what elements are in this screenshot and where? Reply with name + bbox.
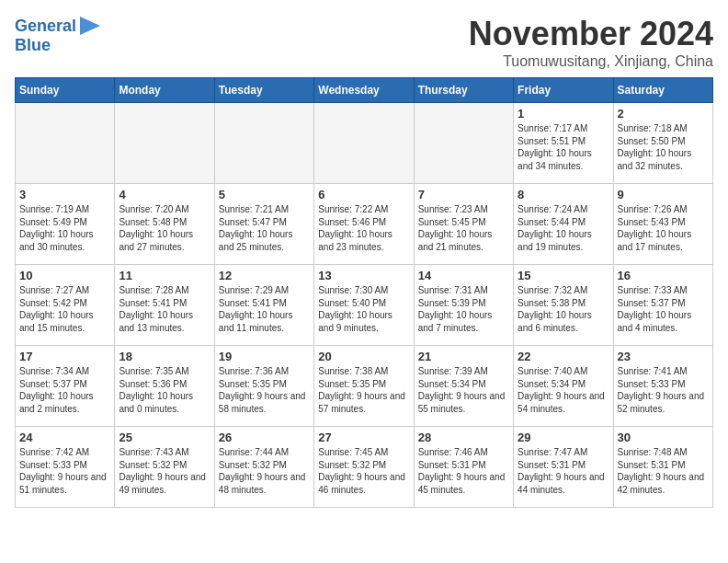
day-info-line: Sunrise: 7:39 AM [418,366,488,376]
day-info-line: Sunset: 5:47 PM [219,217,287,227]
month-title: November 2024 [469,15,713,53]
day-info-line: Sunset: 5:41 PM [219,298,287,308]
day-info: Sunrise: 7:28 AMSunset: 5:41 PMDaylight:… [119,284,210,334]
day-info-line: Sunrise: 7:28 AM [119,285,188,295]
day-info: Sunrise: 7:35 AMSunset: 5:36 PMDaylight:… [119,365,210,415]
day-cell: 8Sunrise: 7:24 AMSunset: 5:44 PMDaylight… [514,184,613,265]
day-info-line: Sunset: 5:43 PM [618,217,686,227]
day-info-line: Sunset: 5:33 PM [618,379,686,389]
day-info-line: Sunset: 5:42 PM [19,298,87,308]
day-cell: 29Sunrise: 7:47 AMSunset: 5:31 PMDayligh… [514,427,613,508]
day-info: Sunrise: 7:27 AMSunset: 5:42 PMDaylight:… [19,284,110,334]
week-row-4: 17Sunrise: 7:34 AMSunset: 5:37 PMDayligh… [16,346,713,427]
day-info-line: Sunset: 5:40 PM [318,298,386,308]
day-number: 4 [119,188,210,201]
day-info-line: Daylight: 10 hours and 0 minutes. [119,391,193,414]
day-info-line: Sunset: 5:44 PM [518,217,586,227]
day-cell: 7Sunrise: 7:23 AMSunset: 5:45 PMDaylight… [414,184,513,265]
day-info-line: Sunrise: 7:48 AM [618,447,688,457]
day-cell [16,103,115,184]
day-info-line: Sunset: 5:51 PM [518,136,586,146]
day-info-line: Daylight: 9 hours and 51 minutes. [19,472,107,495]
day-info-line: Daylight: 9 hours and 44 minutes. [518,472,605,495]
week-row-1: 1Sunrise: 7:17 AMSunset: 5:51 PMDaylight… [16,103,713,184]
col-header-wednesday: Wednesday [314,78,414,103]
day-info: Sunrise: 7:45 AMSunset: 5:32 PMDaylight:… [318,446,409,496]
day-info-line: Sunset: 5:35 PM [318,379,386,389]
day-info-line: Sunset: 5:48 PM [119,217,187,227]
col-header-thursday: Thursday [414,78,513,103]
day-info-line: Daylight: 9 hours and 46 minutes. [318,472,405,495]
day-info-line: Sunrise: 7:47 AM [518,447,587,457]
day-cell [414,103,513,184]
day-info-line: Sunrise: 7:18 AM [618,123,688,133]
day-info-line: Sunset: 5:35 PM [219,379,287,389]
day-info: Sunrise: 7:18 AMSunset: 5:50 PMDaylight:… [618,122,709,172]
day-info-line: Sunset: 5:32 PM [119,460,187,470]
col-header-saturday: Saturday [613,78,712,103]
day-info-line: Sunrise: 7:17 AM [518,123,587,133]
day-cell: 2Sunrise: 7:18 AMSunset: 5:50 PMDaylight… [613,103,712,184]
day-info-line: Sunrise: 7:21 AM [219,204,289,214]
day-info-line: Daylight: 10 hours and 34 minutes. [518,148,592,171]
day-number: 24 [19,431,110,444]
day-cell: 1Sunrise: 7:17 AMSunset: 5:51 PMDaylight… [514,103,613,184]
day-info-line: Sunrise: 7:26 AM [618,204,688,214]
day-info-line: Daylight: 9 hours and 57 minutes. [318,391,405,414]
day-info-line: Daylight: 10 hours and 21 minutes. [418,229,493,252]
day-cell: 10Sunrise: 7:27 AMSunset: 5:42 PMDayligh… [16,265,115,346]
day-number: 15 [518,269,609,282]
day-cell: 19Sunrise: 7:36 AMSunset: 5:35 PMDayligh… [214,346,313,427]
day-number: 22 [518,350,609,363]
day-number: 2 [618,107,709,121]
day-info-line: Daylight: 10 hours and 17 minutes. [618,229,692,252]
day-number: 19 [219,350,310,363]
day-info-line: Daylight: 9 hours and 58 minutes. [219,391,306,414]
day-number: 17 [19,350,110,363]
day-info: Sunrise: 7:48 AMSunset: 5:31 PMDaylight:… [618,446,709,496]
day-info: Sunrise: 7:21 AMSunset: 5:47 PMDaylight:… [219,203,310,253]
day-number: 18 [119,350,210,363]
day-info-line: Sunrise: 7:22 AM [318,204,388,214]
day-info-line: Daylight: 10 hours and 32 minutes. [618,148,692,171]
day-info-line: Daylight: 10 hours and 9 minutes. [318,310,392,333]
day-number: 20 [318,350,409,363]
title-block: November 2024 Tuomuwusitang, Xinjiang, C… [469,15,713,70]
day-info-line: Daylight: 9 hours and 45 minutes. [418,472,506,495]
location: Tuomuwusitang, Xinjiang, China [469,53,713,70]
day-info: Sunrise: 7:38 AMSunset: 5:35 PMDaylight:… [318,365,409,415]
day-cell: 22Sunrise: 7:40 AMSunset: 5:34 PMDayligh… [514,346,613,427]
day-info-line: Daylight: 10 hours and 13 minutes. [119,310,193,333]
day-info: Sunrise: 7:29 AMSunset: 5:41 PMDaylight:… [219,284,310,334]
day-info: Sunrise: 7:39 AMSunset: 5:34 PMDaylight:… [418,365,509,415]
day-cell: 15Sunrise: 7:32 AMSunset: 5:38 PMDayligh… [514,265,613,346]
day-info-line: Sunset: 5:32 PM [219,460,287,470]
day-info-line: Sunrise: 7:33 AM [618,285,688,295]
day-number: 10 [19,269,110,282]
day-info-line: Sunrise: 7:44 AM [219,447,289,457]
day-info-line: Daylight: 9 hours and 52 minutes. [618,391,705,414]
day-info-line: Daylight: 10 hours and 19 minutes. [518,229,592,252]
day-info-line: Daylight: 9 hours and 42 minutes. [618,472,705,495]
day-info-line: Daylight: 10 hours and 23 minutes. [318,229,392,252]
week-row-5: 24Sunrise: 7:42 AMSunset: 5:33 PMDayligh… [16,427,713,508]
day-info-line: Sunrise: 7:32 AM [518,285,587,295]
day-cell: 16Sunrise: 7:33 AMSunset: 5:37 PMDayligh… [613,265,712,346]
day-info-line: Sunrise: 7:41 AM [618,366,688,376]
day-cell: 24Sunrise: 7:42 AMSunset: 5:33 PMDayligh… [16,427,115,508]
day-info-line: Sunrise: 7:23 AM [418,204,488,214]
day-info-line: Daylight: 9 hours and 55 minutes. [418,391,506,414]
day-info-line: Sunrise: 7:35 AM [119,366,188,376]
day-info: Sunrise: 7:36 AMSunset: 5:35 PMDaylight:… [219,365,310,415]
day-number: 29 [518,431,609,444]
day-info-line: Sunrise: 7:38 AM [318,366,388,376]
day-info: Sunrise: 7:40 AMSunset: 5:34 PMDaylight:… [518,365,609,415]
day-info: Sunrise: 7:47 AMSunset: 5:31 PMDaylight:… [518,446,609,496]
day-info-line: Sunrise: 7:34 AM [19,366,89,376]
day-number: 27 [318,431,409,444]
day-cell: 30Sunrise: 7:48 AMSunset: 5:31 PMDayligh… [613,427,712,508]
day-cell: 25Sunrise: 7:43 AMSunset: 5:32 PMDayligh… [115,427,214,508]
col-header-monday: Monday [115,78,214,103]
day-info-line: Daylight: 9 hours and 49 minutes. [119,472,206,495]
col-header-sunday: Sunday [16,78,115,103]
